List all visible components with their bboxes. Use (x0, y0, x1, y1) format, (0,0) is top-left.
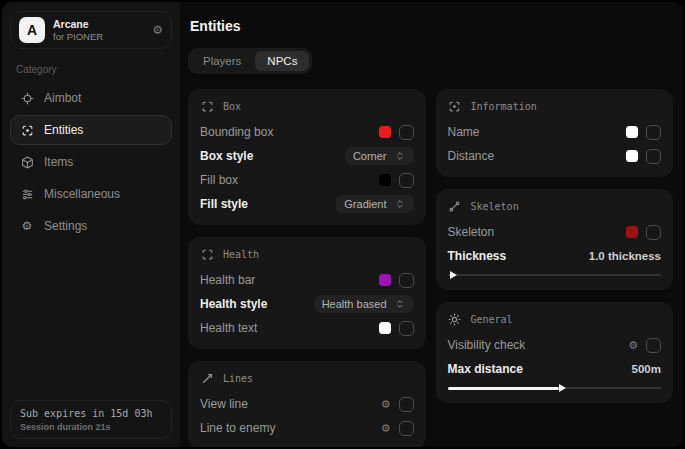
session-duration-text: Session duration 21s (20, 422, 162, 432)
setting-row-fill-box: Fill box (200, 168, 414, 192)
setting-row-line-to-enemy: Line to enemy ⚙ (200, 416, 414, 440)
color-swatch[interactable] (379, 174, 391, 186)
cube-icon (20, 155, 34, 169)
gear-icon[interactable]: ⚙ (381, 398, 391, 411)
setting-row-skeleton: Skeleton (448, 220, 662, 244)
bone-icon (448, 199, 462, 213)
slider-handle[interactable] (559, 384, 566, 392)
distance-checkbox[interactable] (646, 149, 661, 164)
scan-target-icon (448, 99, 462, 113)
sidebar-item-label: Entities (44, 123, 83, 137)
thickness-slider[interactable] (448, 270, 662, 280)
app-window: A Arcane for PIONER ⚙ Category Aimbot En… (0, 0, 685, 449)
color-swatch[interactable] (379, 274, 391, 286)
fill-style-dropdown[interactable]: Gradient (336, 195, 413, 213)
box-style-dropdown[interactable]: Corner (345, 147, 414, 165)
app-header-card: A Arcane for PIONER ⚙ (10, 11, 172, 49)
setting-row-fill-style: Fill style Gradient (200, 192, 414, 216)
sliders-icon (20, 187, 34, 201)
sidebar-item-label: Settings (44, 219, 87, 233)
visibility-check-checkbox[interactable] (646, 338, 661, 353)
color-swatch[interactable] (626, 126, 638, 138)
setting-row-bounding-box: Bounding box (200, 120, 414, 144)
card-title: General (471, 314, 513, 325)
color-swatch[interactable] (379, 126, 391, 138)
health-text-checkbox[interactable] (399, 321, 414, 336)
sidebar: A Arcane for PIONER ⚙ Category Aimbot En… (2, 2, 180, 447)
color-swatch[interactable] (626, 150, 638, 162)
setting-row-health-bar: Health bar (200, 268, 414, 292)
main-content: Entities Players NPCs Box Bounding box (180, 2, 683, 447)
setting-row-thickness: Thickness 1.0 thickness (448, 244, 662, 268)
card-title: Health (223, 249, 259, 260)
sub-expiry-text: Sub expires in 15d 03h (20, 408, 162, 419)
tab-npcs[interactable]: NPCs (255, 51, 309, 71)
tab-players[interactable]: Players (191, 51, 253, 71)
category-label: Category (16, 64, 166, 75)
scan-brackets-icon (200, 247, 214, 261)
sidebar-item-entities[interactable]: Entities (10, 115, 172, 145)
card-skeleton: Skeleton Skeleton Thickness 1.0 thicknes… (436, 189, 674, 290)
page-title: Entities (190, 18, 673, 34)
crosshair-icon (20, 91, 34, 105)
sidebar-item-settings[interactable]: ⚙ Settings (10, 211, 172, 241)
view-line-checkbox[interactable] (399, 397, 414, 412)
name-checkbox[interactable] (646, 125, 661, 140)
line-to-enemy-checkbox[interactable] (399, 421, 414, 436)
gear-icon[interactable]: ⚙ (152, 24, 163, 36)
gear-icon[interactable]: ⚙ (628, 339, 638, 352)
card-title: Information (471, 101, 537, 112)
card-health: Health Health bar Health style Health ba… (188, 237, 426, 349)
sidebar-item-label: Items (44, 155, 73, 169)
subscription-info-card: Sub expires in 15d 03h Session duration … (10, 400, 172, 439)
app-logo: A (19, 17, 45, 43)
chevron-up-down-icon (395, 151, 406, 162)
gear-icon[interactable]: ⚙ (381, 422, 391, 435)
app-title-block: Arcane for PIONER (53, 18, 103, 43)
skeleton-checkbox[interactable] (646, 225, 661, 240)
sun-icon (448, 312, 462, 326)
setting-row-distance: Distance (448, 144, 662, 168)
sidebar-item-label: Miscellaneous (44, 187, 120, 201)
sidebar-item-items[interactable]: Items (10, 147, 172, 177)
app-subtitle: for PIONER (53, 31, 103, 43)
card-title: Lines (223, 373, 253, 384)
sidebar-item-label: Aimbot (44, 91, 81, 105)
chevron-up-down-icon (395, 299, 406, 310)
card-lines: Lines View line ⚙ Line to enemy ⚙ (188, 361, 426, 447)
setting-row-view-line: View line ⚙ (200, 392, 414, 416)
app-name: Arcane (53, 18, 103, 31)
color-swatch[interactable] (626, 226, 638, 238)
sidebar-item-aimbot[interactable]: Aimbot (10, 83, 172, 113)
health-style-dropdown[interactable]: Health based (314, 295, 414, 313)
card-general: General Visibility check ⚙ Max distance … (436, 302, 674, 403)
tab-bar: Players NPCs (188, 48, 312, 74)
setting-row-health-text: Health text (200, 316, 414, 340)
setting-row-name: Name (448, 120, 662, 144)
setting-row-health-style: Health style Health based (200, 292, 414, 316)
diagonal-line-icon (200, 371, 214, 385)
max-distance-slider[interactable] (448, 383, 662, 393)
scan-brackets-icon (200, 99, 214, 113)
card-title: Box (223, 101, 241, 112)
scan-target-icon (20, 123, 34, 137)
slider-handle[interactable] (450, 271, 457, 279)
fill-box-checkbox[interactable] (399, 173, 414, 188)
setting-row-max-distance: Max distance 500m (448, 357, 662, 381)
card-information: Information Name Distance (436, 89, 674, 177)
setting-row-visibility-check: Visibility check ⚙ (448, 333, 662, 357)
bounding-box-checkbox[interactable] (399, 125, 414, 140)
sidebar-item-miscellaneous[interactable]: Miscellaneous (10, 179, 172, 209)
gear-icon: ⚙ (20, 219, 34, 233)
card-title: Skeleton (471, 201, 519, 212)
thickness-value: 1.0 thickness (589, 250, 661, 262)
setting-row-box-style: Box style Corner (200, 144, 414, 168)
max-distance-value: 500m (632, 363, 661, 375)
card-box: Box Bounding box Box style Corner (188, 89, 426, 225)
chevron-up-down-icon (395, 199, 406, 210)
color-swatch[interactable] (379, 322, 391, 334)
health-bar-checkbox[interactable] (399, 273, 414, 288)
